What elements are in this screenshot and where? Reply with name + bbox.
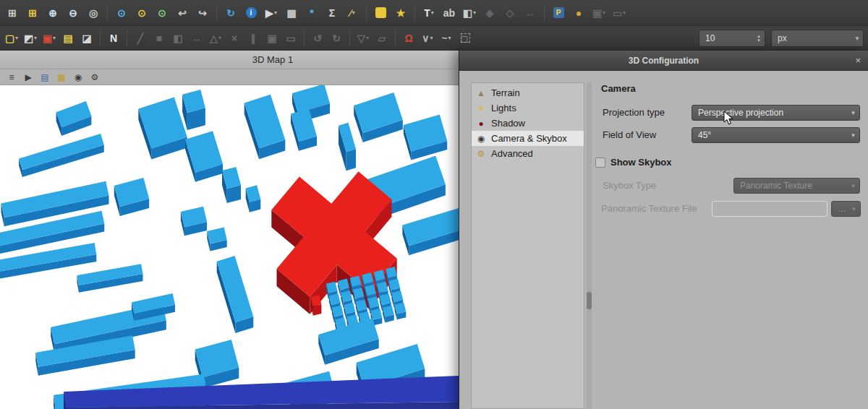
dropdown-arrow-icon: ▾ xyxy=(448,35,451,41)
advanced-icon: ⚙ xyxy=(475,150,487,158)
deselect-features-button[interactable]: ▣▾ xyxy=(41,30,58,47)
pan-to-selection-button[interactable]: ⊞ xyxy=(23,4,42,22)
shadow-icon: ● xyxy=(475,119,487,128)
dropdown-arrow-icon: ▾ xyxy=(623,9,626,16)
field-of-view-value: 45° xyxy=(692,130,847,140)
zoom-full-button[interactable]: ⊙ xyxy=(112,4,131,22)
panoramic-texture-file-label: Panoramic Texture File xyxy=(601,203,697,214)
configure-button[interactable]: ⚙ xyxy=(88,71,102,84)
run-feature-action-button[interactable]: ▶▾ xyxy=(262,4,281,22)
pin-labels-button: ◆ xyxy=(480,4,499,22)
select-by-value-icon: ◩ xyxy=(24,33,33,43)
select-all-button[interactable]: ▤ xyxy=(59,30,77,47)
freeze-canvas-button[interactable]: * xyxy=(302,4,321,22)
config-item-label: Terrain xyxy=(491,87,520,98)
field-of-view-select[interactable]: 45° ▾ xyxy=(692,127,860,143)
zoom-next-button[interactable]: ↪ xyxy=(193,4,212,22)
show-skybox-checkbox[interactable] xyxy=(595,158,605,168)
map-tips-button[interactable] xyxy=(371,4,390,22)
snapping-tolerance-spinbox[interactable]: 10 ▴ ▾ xyxy=(699,30,765,47)
toggle-editing-icon: ╱ xyxy=(137,33,143,43)
skybox-type-label: Skybox Type xyxy=(603,180,656,191)
map-tips-icon xyxy=(375,7,386,18)
invert-selection-button[interactable]: ◪ xyxy=(78,30,95,47)
multi-edit-icon: ▱ xyxy=(378,33,386,43)
projection-type-select[interactable]: Perspective projection ▾ xyxy=(692,105,860,121)
config-item-lights[interactable]: ☀Lights xyxy=(472,100,584,116)
text-annotation-button[interactable]: T▾ xyxy=(420,4,438,22)
snapping-magnet-button[interactable]: Ω xyxy=(400,30,417,47)
identify-features-button[interactable]: i xyxy=(242,4,260,22)
zoom-last-button[interactable]: ↩ xyxy=(173,4,192,22)
new-bookmark-icon: ★ xyxy=(396,8,406,18)
toolbar-separator xyxy=(304,30,305,46)
config-item-advanced[interactable]: ⚙Advanced xyxy=(472,146,584,161)
freeze-canvas-icon: * xyxy=(310,8,313,18)
layer-diagram-icon: ◧ xyxy=(463,8,472,18)
config-item-shadow[interactable]: ●Shadow xyxy=(472,116,584,131)
scrollbar-thumb[interactable] xyxy=(587,292,592,309)
config-item-label: Shadow xyxy=(491,118,525,129)
save-as-image-button[interactable]: ▤ xyxy=(38,71,52,84)
dialog-title-bar[interactable]: 3D Configuration × xyxy=(459,51,868,71)
zoom-out-button[interactable]: ⊖ xyxy=(64,4,82,22)
zoom-in-button[interactable]: ⊕ xyxy=(43,4,62,22)
spin-down-icon[interactable]: ▾ xyxy=(757,38,760,43)
dropdown-arrow-icon: ▾ xyxy=(431,9,434,16)
dialog-title: 3D Configuration xyxy=(629,56,699,66)
config-item-label: Lights xyxy=(491,103,516,113)
move-feature-button: ↔ xyxy=(188,30,205,47)
layer-labeling-button[interactable]: ab xyxy=(440,4,459,22)
pan-map-button[interactable]: ⊞ xyxy=(3,4,22,22)
export-scene-button[interactable]: ▦ xyxy=(54,71,69,84)
play-animation-button[interactable]: ▶ xyxy=(21,71,35,84)
field-of-view-label: Field of View xyxy=(603,129,656,140)
topology-checks-button[interactable]: ∨▾ xyxy=(419,30,436,47)
paste-features-icon: ▭ xyxy=(286,33,295,43)
plugin-manager-icon: ● xyxy=(576,8,582,18)
scrollbar-track[interactable] xyxy=(587,82,592,409)
vertex-tool-all-layers-icon: ▽ xyxy=(357,33,365,43)
qgis-window: { "toolbar1": { "items": [ {"n":"pan-map… xyxy=(0,0,868,409)
layer-diagram-button[interactable]: ◧▾ xyxy=(460,4,479,22)
topology-checks-icon: ∨ xyxy=(422,33,429,43)
snapping-units-select[interactable]: px ▾ xyxy=(771,30,864,47)
redo-button: ↻ xyxy=(328,30,345,47)
select-features-button[interactable]: ▢▾ xyxy=(3,30,20,47)
zoom-native-button[interactable]: ◎ xyxy=(84,4,103,22)
toolbar-separator xyxy=(216,5,217,21)
camera-views-button[interactable]: ◉ xyxy=(71,71,85,84)
zoom-in-icon: ⊕ xyxy=(48,8,57,18)
refresh-button[interactable]: ↻ xyxy=(221,4,240,22)
close-icon[interactable]: × xyxy=(855,56,861,65)
chevron-down-icon: ▾ xyxy=(848,205,860,212)
dropdown-arrow-icon: ▾ xyxy=(352,9,355,16)
snap-on-grid-button[interactable]: □ xyxy=(456,30,474,47)
browse-ellipsis-label: … xyxy=(832,204,848,214)
add-feature-button: ◧ xyxy=(169,30,187,47)
highlight-pinned-labels-icon: ◇ xyxy=(506,8,514,18)
python-console-button[interactable]: P xyxy=(549,4,568,22)
measure-button[interactable]: ∕▾ xyxy=(343,4,362,22)
config-item-camera-skybox[interactable]: ◉Camera & Skybox xyxy=(472,131,584,146)
new-bookmark-button[interactable]: ★ xyxy=(391,4,410,22)
plugin-manager-button[interactable]: ● xyxy=(569,4,588,22)
select-by-value-button[interactable]: ◩▾ xyxy=(22,30,39,47)
open-attribute-table-button[interactable]: ▦ xyxy=(282,4,301,22)
tracing-button[interactable]: ~▾ xyxy=(438,30,455,47)
zoom-to-selection-button[interactable]: ⊙ xyxy=(132,4,151,22)
projection-type-value: Perspective projection xyxy=(692,108,847,118)
statistics-button[interactable]: Σ xyxy=(323,4,341,22)
spinner-arrows-icon[interactable]: ▴ ▾ xyxy=(753,34,765,43)
camera-control-button[interactable]: ≡ xyxy=(4,71,19,84)
north-arrow-button[interactable]: N xyxy=(105,30,122,47)
config-item-label: Advanced xyxy=(491,148,533,159)
zoom-to-layer-button[interactable]: ⊙ xyxy=(153,4,171,22)
dropdown-arrow-icon: ▾ xyxy=(15,35,18,41)
config-item-terrain[interactable]: ▲Terrain xyxy=(472,85,584,100)
highlight-pinned-labels-button: ◇ xyxy=(501,4,519,22)
show-skybox-label: Show Skybox xyxy=(610,157,672,168)
undo-button: ↺ xyxy=(309,30,326,47)
save-as-image-icon: ▤ xyxy=(41,73,48,82)
3d-map-viewport[interactable] xyxy=(0,85,459,409)
